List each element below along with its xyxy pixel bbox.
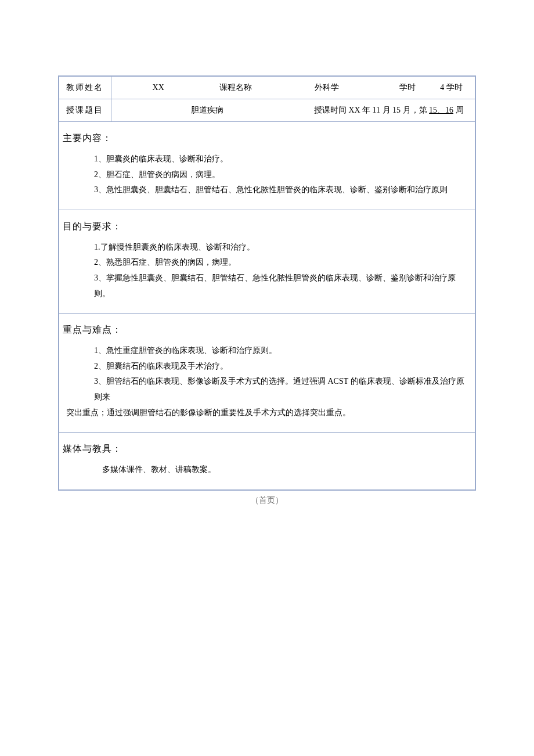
media-title: 媒体与教具：	[63, 438, 471, 462]
main-item-1: 1、胆囊炎的临床表现、诊断和治疗。	[94, 152, 471, 167]
purpose-item-1: 1.了解慢性胆囊炎的临床表现、诊断和治疗。	[94, 240, 471, 255]
schedule-weeks: 15、16	[429, 106, 453, 114]
main-content-title: 主要内容：	[63, 128, 471, 152]
section-media: 媒体与教具： 多媒体课件、教材、讲稿教案。	[59, 433, 475, 490]
page-footer-label: （首页）	[58, 495, 476, 506]
purpose-title: 目的与要求：	[63, 216, 471, 240]
schedule-prefix: 授课时间 XX 年 11 月 15 月，第	[314, 106, 429, 114]
purpose-item-2: 2、熟悉胆石症、胆管炎的病因，病理。	[94, 255, 471, 271]
schedule-suffix: 周	[453, 106, 464, 114]
course-name: 外科学	[266, 77, 387, 99]
teacher-name: XX	[111, 77, 205, 99]
course-label: 课程名称	[205, 77, 266, 99]
main-item-2: 2、胆石症、胆管炎的病因，病理。	[94, 167, 471, 183]
main-content-body: 1、胆囊炎的临床表现、诊断和治疗。 2、胆石症、胆管炎的病因，病理。 3、急性胆…	[63, 152, 471, 198]
media-body: 多媒体课件、教材、讲稿教案。	[63, 462, 471, 478]
purpose-item-3: 3、掌握急性胆囊炎、胆囊结石、胆管结石、急性化脓性胆管炎的临床表现、诊断、鉴别诊…	[94, 271, 471, 301]
key-item-2: 2、胆囊结石的临床表现及手术治疗。	[66, 359, 471, 375]
key-item-3: 3、胆管结石的临床表现、影像诊断及手术方式的选择。通过强调 ACST 的临床表现…	[66, 374, 471, 405]
key-body: 1、急性重症胆管炎的临床表现、诊断和治疗原则。 2、胆囊结石的临床表现及手术治疗…	[63, 343, 471, 420]
section-main-content: 主要内容： 1、胆囊炎的临床表现、诊断和治疗。 2、胆石症、胆管炎的病因，病理。…	[59, 122, 475, 210]
key-continuation: 突出重点；通过强调胆管结石的影像诊断的重要性及手术方式的选择突出重点。	[66, 405, 471, 421]
header-row-1: 教师姓名 XX 课程名称 外科学 学时 4 学时	[59, 76, 475, 99]
key-title: 重点与难点：	[63, 319, 471, 343]
main-item-3: 3、急性胆囊炎、胆囊结石、胆管结石、急性化脓性胆管炎的临床表现、诊断、鉴别诊断和…	[94, 182, 471, 198]
topic-value: 胆道疾病	[111, 99, 303, 121]
header-row-2: 授课题目 胆道疾病 授课时间 XX 年 11 月 15 月，第 15、16 周	[59, 99, 475, 122]
hours-label: 学时	[387, 77, 428, 99]
key-item-1: 1、急性重症胆管炎的临床表现、诊断和治疗原则。	[66, 343, 471, 359]
schedule-info: 授课时间 XX 年 11 月 15 月，第 15、16 周	[303, 99, 475, 121]
topic-label: 授课题目	[59, 99, 111, 122]
hours-value: 4 学时	[428, 77, 475, 99]
section-key-points: 重点与难点： 1、急性重症胆管炎的临床表现、诊断和治疗原则。 2、胆囊结石的临床…	[59, 314, 475, 433]
media-content: 多媒体课件、教材、讲稿教案。	[102, 462, 471, 478]
lesson-plan-table: 教师姓名 XX 课程名称 外科学 学时 4 学时 授课题目 胆道疾病 授课时间 …	[58, 75, 476, 491]
section-purpose: 目的与要求： 1.了解慢性胆囊炎的临床表现、诊断和治疗。 2、熟悉胆石症、胆管炎…	[59, 210, 475, 313]
purpose-body: 1.了解慢性胆囊炎的临床表现、诊断和治疗。 2、熟悉胆石症、胆管炎的病因，病理。…	[63, 240, 471, 301]
teacher-label: 教师姓名	[59, 76, 111, 99]
